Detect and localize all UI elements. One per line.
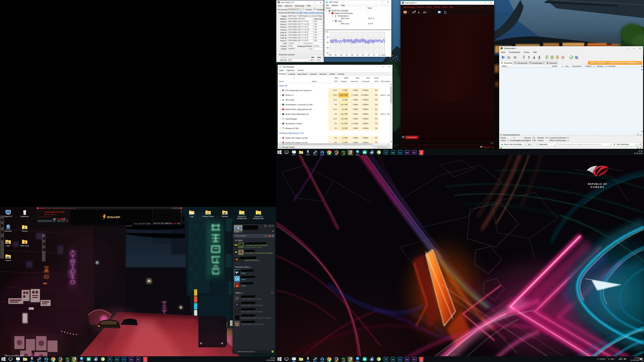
svg-text:[°C]: [°C]: [325, 31, 328, 33]
svg-text:GAMERS: GAMERS: [590, 186, 604, 188]
svg-text:20: 20: [373, 54, 375, 56]
svg-text:[min]: [min]: [382, 54, 386, 56]
svg-text:ON: ON: [282, 109, 284, 110]
svg-text:REPUBLIC OF: REPUBLIC OF: [588, 183, 607, 185]
svg-text:MP5: MP5: [236, 274, 238, 275]
svg-text:80: 80: [340, 54, 342, 56]
svg-text:90: 90: [335, 54, 337, 56]
svg-text:2: 2: [642, 360, 642, 361]
svg-text:40: 40: [327, 52, 329, 54]
svg-text:70: 70: [346, 54, 348, 56]
svg-text:60: 60: [351, 54, 353, 56]
svg-text:100: 100: [329, 54, 332, 56]
svg-text:ATI: ATI: [332, 13, 333, 13]
svg-text:10: 10: [378, 54, 380, 56]
svg-text:50: 50: [357, 54, 359, 56]
svg-text:40: 40: [362, 54, 364, 56]
svg-text:45: 45: [327, 47, 329, 49]
svg-text:ANMA: ANMA: [235, 297, 239, 299]
svg-text:PUBG: PUBG: [234, 245, 238, 246]
svg-text:WINAMP: WINAMP: [107, 215, 120, 219]
svg-text:55: 55: [327, 36, 329, 38]
svg-text:50: 50: [327, 41, 329, 43]
svg-text:30: 30: [368, 54, 370, 56]
svg-text:RōB: RōB: [236, 284, 238, 285]
